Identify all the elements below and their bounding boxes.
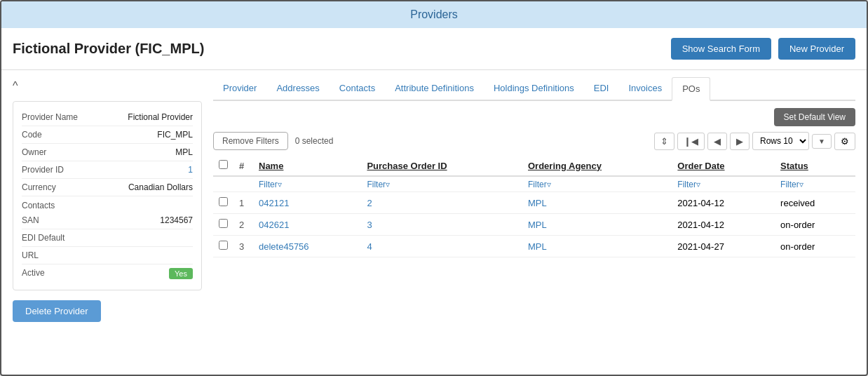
tab-invoices[interactable]: Invoices	[618, 77, 672, 100]
info-row-owner: Owner MPL	[22, 144, 193, 161]
new-provider-button[interactable]: New Provider	[778, 38, 855, 60]
label-provider-name: Provider Name	[22, 112, 78, 122]
po-id-link[interactable]: 2	[367, 198, 372, 208]
rows-per-page-select[interactable]: Rows 10 Rows 25 Rows 50	[752, 132, 809, 150]
row-num: 1	[233, 192, 253, 214]
label-provider-id: Provider ID	[22, 165, 64, 175]
row-agency: MPL	[522, 236, 672, 257]
row-order-date: 2021-04-27	[672, 236, 775, 257]
label-edi-default: EDI Default	[22, 233, 65, 243]
top-bar: Fictional Provider (FIC_MPL) Show Search…	[1, 28, 867, 70]
delete-provider-button[interactable]: Delete Provider	[13, 300, 101, 322]
tab-provider[interactable]: Provider	[213, 77, 266, 100]
filter-date[interactable]: Filter▿	[677, 180, 700, 189]
row-po-id: 2	[361, 192, 522, 214]
label-url: URL	[22, 250, 39, 260]
filter-num	[233, 176, 253, 192]
value-code: FIC_MPL	[157, 130, 193, 140]
sort-name[interactable]: Name	[259, 161, 283, 171]
po-id-link[interactable]: 3	[367, 220, 372, 230]
sort-icon-btn[interactable]: ⇕	[654, 133, 674, 150]
title-text: Providers	[410, 8, 458, 20]
row-status: received	[775, 192, 855, 214]
info-row-san: SAN 1234567	[22, 212, 193, 229]
pagination: ⇕ ❙◀ ◀ ▶ Rows 10 Rows 25 Rows 50 ▼ ⚙	[654, 132, 855, 150]
row-checkbox[interactable]	[219, 241, 228, 250]
label-owner: Owner	[22, 147, 46, 157]
value-currency: Canadian Dollars	[128, 182, 193, 192]
value-provider-name: Fictional Provider	[128, 112, 193, 122]
po-name-link[interactable]: 042121	[259, 198, 289, 208]
tabs-bar: Provider Addresses Contacts Attribute De…	[213, 77, 855, 101]
select-all-checkbox[interactable]	[219, 160, 228, 169]
tab-holdings-definitions[interactable]: Holdings Definitions	[484, 77, 584, 100]
filter-bar: Remove Filters 0 selected ⇕ ❙◀ ◀ ▶ Rows …	[213, 132, 855, 150]
filter-poid-cell: Filter▿	[361, 176, 522, 192]
toolbar: Set Default View	[213, 108, 855, 126]
filter-row: Filter▿ Filter▿ Filter▿ Filter▿ Filter▿	[213, 176, 855, 192]
table-row: 1 042121 2 MPL 2021-04-12 received	[213, 192, 855, 214]
tab-pos[interactable]: POs	[672, 77, 710, 101]
show-search-button[interactable]: Show Search Form	[671, 38, 771, 60]
sort-status[interactable]: Status	[780, 161, 808, 171]
page-title: Providers	[1, 1, 867, 28]
info-row-edi-default: EDI Default	[22, 229, 193, 247]
sort-ordering-agency[interactable]: Ordering Agency	[528, 161, 602, 171]
agency-value: MPL	[528, 241, 547, 252]
row-checkbox[interactable]	[219, 197, 228, 206]
row-name: 042621	[253, 214, 361, 236]
filter-status[interactable]: Filter▿	[780, 180, 803, 189]
th-name: Name	[253, 156, 361, 176]
row-checkbox-cell	[213, 192, 233, 214]
row-status: on-order	[775, 236, 855, 257]
filter-poid[interactable]: Filter▿	[367, 180, 390, 189]
label-san: SAN	[22, 215, 39, 225]
remove-filters-button[interactable]: Remove Filters	[213, 132, 288, 150]
row-order-date: 2021-04-12	[672, 192, 775, 214]
provider-title: Fictional Provider (FIC_MPL)	[13, 41, 204, 57]
filter-status-cell: Filter▿	[775, 176, 855, 192]
collapse-button[interactable]: ^	[13, 77, 18, 95]
filter-name[interactable]: Filter▿	[259, 180, 282, 189]
first-page-button[interactable]: ❙◀	[677, 133, 705, 150]
tab-edi[interactable]: EDI	[584, 77, 619, 100]
row-agency: MPL	[522, 214, 672, 236]
row-name: delete45756	[253, 236, 361, 257]
agency-value: MPL	[528, 220, 547, 230]
sort-order-date[interactable]: Order Date	[677, 161, 724, 171]
po-id-link[interactable]: 4	[367, 241, 372, 252]
filter-name-cell: Filter▿	[253, 176, 361, 192]
row-num: 2	[233, 214, 253, 236]
agency-value: MPL	[528, 198, 547, 208]
top-buttons: Show Search Form New Provider	[671, 38, 855, 60]
table-row: 2 042621 3 MPL 2021-04-12 on-order	[213, 214, 855, 236]
filter-agency-cell: Filter▿	[522, 176, 672, 192]
rows-down-button[interactable]: ▼	[812, 134, 832, 149]
th-checkbox	[213, 156, 233, 176]
th-order-date: Order Date	[672, 156, 775, 176]
next-page-button[interactable]: ▶	[730, 133, 750, 150]
row-checkbox-cell	[213, 236, 233, 257]
tab-contacts[interactable]: Contacts	[330, 77, 385, 100]
active-badge: Yes	[169, 268, 193, 279]
filter-agency[interactable]: Filter▿	[528, 180, 551, 189]
left-panel: ^ Provider Name Fictional Provider Code …	[13, 77, 202, 322]
sort-po-id[interactable]: Purchase Order ID	[367, 161, 447, 171]
value-san: 1234567	[160, 215, 193, 225]
po-name-link[interactable]: delete45756	[259, 241, 309, 252]
row-po-id: 3	[361, 214, 522, 236]
prev-page-button[interactable]: ◀	[707, 133, 727, 150]
info-row-active: Active Yes	[22, 264, 193, 283]
row-checkbox-cell	[213, 214, 233, 236]
set-default-view-button[interactable]: Set Default View	[774, 108, 856, 126]
table-row: 3 delete45756 4 MPL 2021-04-27 on-order	[213, 236, 855, 257]
value-owner: MPL	[175, 147, 193, 157]
row-checkbox[interactable]	[219, 219, 228, 228]
value-provider-id[interactable]: 1	[188, 165, 193, 175]
info-row-url: URL	[22, 247, 193, 264]
tab-attribute-definitions[interactable]: Attribute Definitions	[385, 77, 484, 100]
settings-gear-button[interactable]: ⚙	[834, 133, 855, 150]
label-active: Active	[22, 268, 45, 278]
po-name-link[interactable]: 042621	[259, 220, 289, 230]
tab-addresses[interactable]: Addresses	[266, 77, 329, 100]
